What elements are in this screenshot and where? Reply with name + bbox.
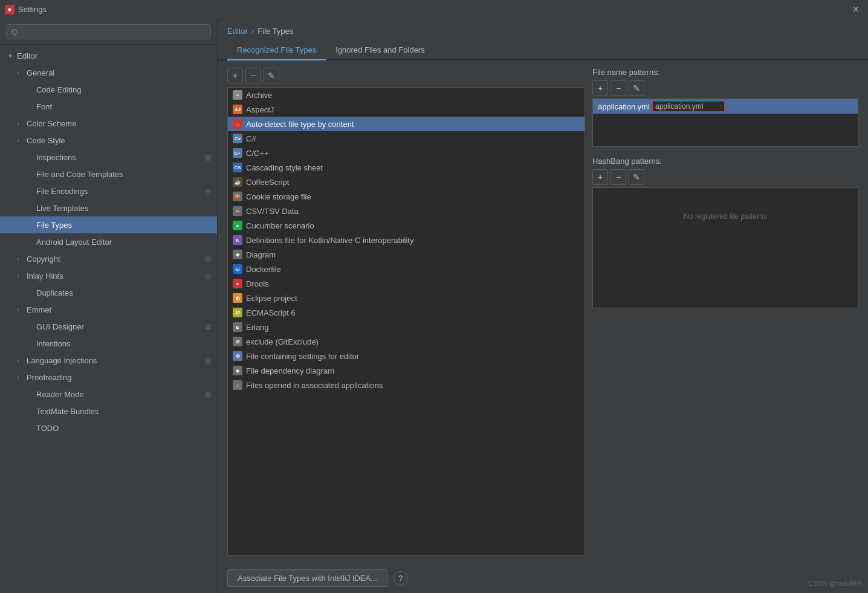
pattern-item-input[interactable] [652,101,725,112]
file-name-patterns-list: application.yml [592,99,858,147]
sidebar-item-proofreading[interactable]: ›Proofreading [0,369,217,386]
sidebar-item-editor-root[interactable]: ▼Editor [0,47,217,64]
sidebar-item-inlay-hints[interactable]: ›Inlay Hints▤ [0,267,217,284]
sidebar-item-label-todo: TODO [36,424,59,433]
file-type-label-aspectj: AspectJ [246,105,274,114]
remove-pattern-button[interactable]: − [611,80,626,96]
sidebar: Q ▼Editor›GeneralCode EditingFont›Color … [0,19,218,593]
file-type-icon-kotlin-native: K [233,235,242,245]
sidebar-item-label-code-editing: Code Editing [36,85,81,94]
sidebar-item-live-templates[interactable]: Live Templates [0,199,217,216]
sidebar-item-label-live-templates: Live Templates [36,204,88,213]
tab-ignored[interactable]: Ignored Files and Folders [326,41,434,60]
sidebar-item-intentions[interactable]: Intentions [0,335,217,352]
file-type-item-diagram[interactable]: ◈Diagram [228,247,585,262]
expand-icon-inlay-hints: › [17,273,24,279]
file-type-label-diagram: Diagram [246,250,276,259]
file-type-icon-css: CS [233,163,242,172]
remove-file-type-button[interactable]: − [245,68,261,83]
expand-icon-general: › [17,70,24,76]
sidebar-item-reader-mode[interactable]: Reader Mode▤ [0,386,217,403]
edit-pattern-button[interactable]: ✎ [629,80,644,96]
file-type-item-aspectj[interactable]: AJAspectJ [228,102,585,117]
file-type-item-csv[interactable]: ≡CSV/TSV Data [228,204,585,218]
add-pattern-button[interactable]: + [592,80,608,96]
sidebar-item-code-editing[interactable]: Code Editing [0,81,217,98]
sidebar-item-code-style[interactable]: ›Code Style [0,132,217,149]
sidebar-item-label-file-types: File Types [36,221,72,230]
app-icon: ■ [5,5,15,15]
sidebar-item-color-scheme[interactable]: ›Color Scheme [0,115,217,132]
add-hashbang-button[interactable]: + [592,169,608,185]
file-type-item-coffeescript[interactable]: ☕CoffeeScript [228,175,585,189]
pattern-item-application-yml[interactable]: application.yml [593,99,858,114]
file-type-label-cookie: Cookie storage file [246,192,311,201]
sidebar-item-label-language-injections: Language Injections [27,356,97,365]
file-type-icon-csharp: C# [233,134,242,143]
file-type-icon-archive: ≡ [233,90,242,100]
sidebar-badge-inspections: ▤ [205,154,211,161]
sidebar-badge-reader-mode: ▤ [205,390,211,398]
file-type-item-cookie[interactable]: 🍪Cookie storage file [228,189,585,204]
associate-button[interactable]: Associate File Types with IntelliJ IDEA.… [227,569,387,587]
sidebar-item-emmet[interactable]: ›Emmet [0,301,217,318]
expand-icon-proofreading: › [17,374,24,381]
sidebar-item-textmate-bundles[interactable]: TextMate Bundles [0,403,217,420]
file-type-item-css[interactable]: CSCascading style sheet [228,160,585,175]
search-input[interactable] [19,27,206,36]
add-file-type-button[interactable]: + [227,68,243,83]
file-type-item-gitexclude[interactable]: ⊘exclude (GitExclude) [228,334,585,349]
file-type-label-archive: Archive [246,91,272,100]
file-name-patterns-toolbar: + − ✎ [592,80,858,96]
file-type-label-css: Cascading style sheet [246,163,323,172]
file-type-icon-cucumber: ● [233,221,242,230]
file-type-item-auto-detect[interactable]: □Auto-detect file type by content [228,117,585,131]
sidebar-item-label-font: Font [36,102,52,111]
sidebar-item-label-intentions: Intentions [36,339,70,348]
sidebar-item-file-types[interactable]: File Types [0,216,217,233]
close-button[interactable]: × [849,2,863,17]
file-type-item-cucumber[interactable]: ●Cucumber scenario [228,218,585,233]
watermark: CSDN @hello蜗牛 [808,579,863,588]
sidebar-item-inspections[interactable]: Inspections▤ [0,149,217,166]
file-type-item-cpp[interactable]: C+C/C++ [228,146,585,160]
search-icon: Q [11,28,17,36]
file-type-item-file-settings[interactable]: ⚙File containing settings for editor [228,349,585,363]
file-type-item-kotlin-native[interactable]: KDefinitions file for Kotlin/Native C in… [228,233,585,247]
sidebar-item-label-file-encodings: File Encodings [36,187,88,196]
file-type-item-eclipse[interactable]: ◐Eclipse project [228,291,585,305]
tab-recognized[interactable]: Recognized File Types [227,41,326,60]
file-type-item-ecmascript6[interactable]: JSECMAScript 6 [228,305,585,320]
sidebar-item-font[interactable]: Font [0,98,217,115]
expand-icon-code-style: › [17,137,24,144]
sidebar-item-duplicates[interactable]: Duplicates [0,284,217,301]
breadcrumb-separator: › [251,27,254,36]
sidebar-item-android-layout-editor[interactable]: Android Layout Editor [0,233,217,250]
edit-file-type-button[interactable]: ✎ [264,68,279,83]
sidebar-item-todo[interactable]: TODO [0,420,217,436]
file-type-item-drools[interactable]: ●Drools [228,276,585,291]
file-type-item-csharp[interactable]: C#C# [228,131,585,146]
sidebar-item-file-encodings[interactable]: File Encodings▤ [0,183,217,199]
sidebar-item-copyright[interactable]: ›Copyright▤ [0,250,217,267]
file-types-toolbar: + − ✎ [227,68,585,83]
file-type-item-file-dep[interactable]: ◈File dependency diagram [228,363,585,378]
remove-hashbang-button[interactable]: − [611,169,626,185]
sidebar-item-general[interactable]: ›General [0,64,217,81]
sidebar-badge-inlay-hints: ▤ [205,272,211,280]
file-type-item-dockerfile[interactable]: 🐳Dockerfile [228,262,585,276]
nav-tree: ▼Editor›GeneralCode EditingFont›Color Sc… [0,45,217,593]
sidebar-badge-gui-designer: ▤ [205,323,211,331]
sidebar-item-language-injections[interactable]: ›Language Injections▤ [0,352,217,369]
help-button[interactable]: ? [394,571,408,586]
breadcrumb-editor[interactable]: Editor [227,27,248,36]
file-type-item-archive[interactable]: ≡Archive [228,88,585,102]
file-type-label-cucumber: Cucumber scenario [246,221,314,230]
sidebar-item-label-duplicates: Duplicates [36,288,73,297]
breadcrumb-filetypes: File Types [257,27,293,36]
sidebar-item-gui-designer[interactable]: GUI Designer▤ [0,318,217,335]
sidebar-item-file-and-code-templates[interactable]: File and Code Templates [0,166,217,183]
edit-hashbang-button[interactable]: ✎ [629,169,644,185]
file-type-item-erlang[interactable]: EErlang [228,320,585,334]
file-type-item-files-assoc[interactable]: □Files opened in associated applications [228,378,585,392]
